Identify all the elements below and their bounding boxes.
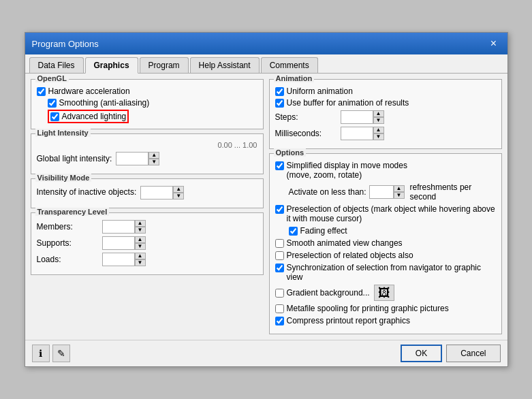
light-intensity-content: 0.00 ... 1.00 Global light intensity: 0.… (37, 141, 257, 165)
members-up[interactable]: ▲ (135, 220, 146, 227)
members-down[interactable]: ▼ (135, 227, 146, 234)
hardware-acceleration-checkbox[interactable] (37, 87, 46, 96)
members-input[interactable]: 0.70 (102, 220, 135, 234)
global-light-down[interactable]: ▼ (148, 159, 159, 165)
light-intensity-range: 0.00 ... 1.00 (217, 141, 257, 149)
simplified-display-label: Simplified display in move modes(move, z… (287, 161, 407, 180)
milliseconds-row: Milliseconds: 50 ▲ ▼ (275, 127, 496, 140)
activate-down[interactable]: ▼ (394, 192, 405, 199)
activate-label: Activate on less than: (289, 187, 366, 197)
content-area: OpenGL Hardware acceleration Smoothing (… (25, 74, 507, 340)
advanced-lighting-wrapper: Advanced lighting (48, 110, 257, 123)
activate-input[interactable]: 5 (369, 185, 394, 199)
use-buffer-checkbox[interactable] (275, 99, 284, 108)
gradient-checkbox[interactable] (275, 289, 284, 298)
activate-spin-buttons: ▲ ▼ (394, 185, 405, 199)
cancel-button[interactable]: Cancel (446, 345, 500, 362)
global-light-label: Global light intensity: (37, 154, 112, 163)
smooth-animated-row[interactable]: Smooth animated view changes (275, 238, 496, 248)
visibility-mode-title: Visibility Mode (35, 174, 92, 182)
supports-input[interactable]: 0.50 (102, 236, 135, 250)
preselection-related-row[interactable]: Preselection of related objects also (275, 251, 496, 260)
tab-program[interactable]: Program (140, 57, 189, 73)
title-bar: Program Options × (25, 33, 507, 54)
global-light-spin: 0.60 ▲ ▼ (116, 152, 159, 165)
metafile-checkbox[interactable] (275, 304, 284, 313)
activate-up[interactable]: ▲ (394, 185, 405, 192)
gradient-label[interactable]: Gradient background... (275, 288, 370, 298)
synchronization-row[interactable]: Synchronization of selection from naviga… (275, 263, 496, 282)
global-light-input[interactable]: 0.60 (116, 152, 148, 165)
animation-section: Animation Uniform animation Use buffer f… (269, 79, 502, 149)
milliseconds-up[interactable]: ▲ (373, 127, 384, 133)
gradient-background-label: Gradient background... (287, 288, 370, 298)
smooth-animated-checkbox[interactable] (275, 239, 284, 248)
edit-button[interactable]: ✎ (52, 345, 70, 362)
smoothing-checkbox[interactable] (48, 99, 57, 108)
steps-spin: 20 ▲ ▼ (341, 110, 384, 124)
inactive-intensity-up[interactable]: ▲ (173, 186, 184, 193)
steps-input[interactable]: 20 (341, 110, 373, 124)
use-buffer-row[interactable]: Use buffer for animation of results (275, 98, 496, 108)
tab-comments[interactable]: Comments (261, 57, 318, 73)
hardware-acceleration-row[interactable]: Hardware acceleration (37, 86, 257, 96)
milliseconds-input[interactable]: 50 (341, 127, 373, 140)
inactive-intensity-input[interactable]: 0.60 (140, 186, 173, 200)
steps-up[interactable]: ▲ (373, 110, 384, 117)
preselection-checkbox[interactable] (275, 205, 284, 214)
advanced-lighting-checkbox[interactable] (50, 112, 59, 121)
light-intensity-section: Light Intensity 0.00 ... 1.00 Global lig… (31, 133, 264, 174)
dialog-title: Program Options (32, 39, 99, 49)
smooth-animated-label: Smooth animated view changes (287, 238, 403, 248)
footer: ℹ ✎ OK Cancel (25, 340, 507, 366)
preselection-related-checkbox[interactable] (275, 251, 284, 260)
preselection-label: Preselection of objects (mark object whi… (287, 204, 496, 223)
tab-graphics[interactable]: Graphics (85, 57, 138, 74)
uniform-animation-checkbox[interactable] (275, 87, 284, 96)
steps-row: Steps: 20 ▲ ▼ (275, 110, 496, 124)
steps-label: Steps: (275, 112, 337, 122)
milliseconds-down[interactable]: ▼ (373, 133, 384, 140)
inactive-intensity-down[interactable]: ▼ (173, 193, 184, 200)
options-title: Options (274, 148, 307, 157)
preselection-row[interactable]: Preselection of objects (mark object whi… (275, 204, 496, 223)
inactive-intensity-spin-buttons: ▲ ▼ (173, 186, 184, 200)
fading-row[interactable]: Fading effect (289, 226, 496, 236)
loads-input[interactable]: 0.20 (102, 253, 135, 266)
tab-help-assistant[interactable]: Help Assistant (190, 57, 260, 73)
supports-down[interactable]: ▼ (135, 243, 146, 250)
global-light-up[interactable]: ▲ (148, 152, 159, 159)
uniform-animation-row[interactable]: Uniform animation (275, 86, 496, 96)
loads-up[interactable]: ▲ (135, 253, 146, 259)
footer-buttons: OK Cancel (401, 345, 501, 362)
fading-checkbox[interactable] (289, 227, 298, 236)
supports-up[interactable]: ▲ (135, 236, 146, 243)
tab-data-files[interactable]: Data Files (29, 57, 84, 73)
animation-content: Uniform animation Use buffer for animati… (275, 86, 496, 140)
info-button[interactable]: ℹ (32, 345, 50, 362)
simplified-display-row[interactable]: Simplified display in move modes(move, z… (275, 161, 496, 180)
advanced-lighting-label: Advanced lighting (62, 112, 127, 121)
options-content: Simplified display in move modes(move, z… (275, 161, 496, 325)
supports-row: Supports: 0.50 ▲ ▼ (37, 236, 257, 250)
use-buffer-label: Use buffer for animation of results (287, 98, 409, 108)
footer-icons: ℹ ✎ (32, 345, 70, 362)
close-button[interactable]: × (487, 37, 501, 50)
inactive-intensity-row: Intensity of inactive objects: 0.60 ▲ ▼ (37, 186, 257, 200)
compress-row[interactable]: Compress printout report graphics (275, 316, 496, 325)
members-label: Members: (37, 222, 98, 232)
synchronization-checkbox[interactable] (275, 264, 284, 272)
steps-spin-buttons: ▲ ▼ (373, 110, 384, 124)
loads-down[interactable]: ▼ (135, 259, 146, 266)
transparency-content: Members: 0.70 ▲ ▼ Supports: 0.50 (37, 220, 257, 266)
compress-label: Compress printout report graphics (287, 316, 410, 325)
advanced-lighting-row[interactable]: Advanced lighting (48, 110, 129, 123)
ok-button[interactable]: OK (401, 345, 442, 362)
gradient-image-button[interactable]: 🖼 (374, 285, 394, 301)
compress-checkbox[interactable] (275, 317, 284, 325)
simplified-display-checkbox[interactable] (275, 161, 284, 170)
metafile-row[interactable]: Metafile spooling for printing graphic p… (275, 304, 496, 313)
steps-down[interactable]: ▼ (373, 117, 384, 124)
transparency-title: Transparency Level (35, 208, 110, 216)
smoothing-row[interactable]: Smoothing (anti-aliasing) (48, 98, 257, 108)
